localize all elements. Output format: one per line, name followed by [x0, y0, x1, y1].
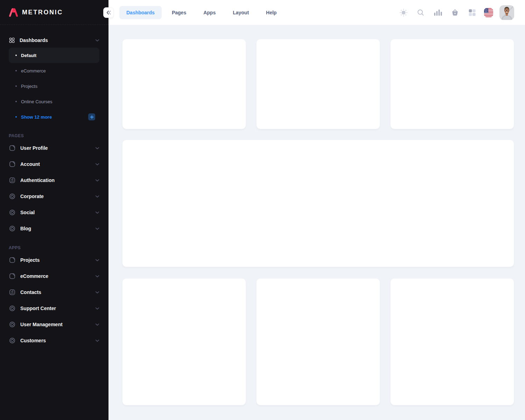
chevron-down-icon [95, 195, 99, 198]
submenu-item-ecommerce[interactable]: eCommerce [9, 63, 99, 78]
sidebar-item-corporate[interactable]: Corporate [9, 188, 99, 204]
bullet-dot [15, 116, 17, 118]
nav-item-layout[interactable]: Layout [226, 6, 256, 19]
app-root: METRONIC [0, 0, 525, 420]
nav-item-pages[interactable]: Pages [165, 6, 193, 19]
submenu-item-label: eCommerce [21, 68, 95, 74]
bullet-dot [15, 70, 17, 71]
search-icon [416, 8, 425, 17]
sidebar-item-projects-app[interactable]: Projects [9, 252, 99, 268]
apps-launcher-button[interactable] [466, 7, 478, 19]
brand-name: METRONIC [22, 9, 63, 16]
nav-item-help[interactable]: Help [259, 6, 284, 19]
dashboard-content [108, 25, 525, 420]
elements-grid-icon [9, 37, 15, 43]
document-icon [9, 273, 16, 280]
sidebar-item-user-profile[interactable]: User Profile [9, 140, 99, 156]
ball-icon [9, 321, 16, 328]
sidebar-item-label: Projects [20, 257, 91, 263]
chevron-down-icon [95, 275, 99, 278]
submenu-item-online-courses[interactable]: Online Courses [9, 94, 99, 109]
submenu-item-label: Show 12 more [21, 114, 88, 120]
sidebar-item-label: Corporate [20, 194, 91, 199]
card-row-bottom [122, 278, 514, 405]
section-heading-pages: PAGES [9, 133, 99, 138]
main-area: Dashboards Pages Apps Layout Help [108, 0, 525, 420]
sidebar-item-label: Blog [20, 226, 91, 231]
cart-button[interactable] [449, 7, 461, 19]
flag-us-icon [484, 8, 493, 17]
chevron-down-icon [95, 39, 99, 42]
metronic-logo-icon [9, 8, 18, 17]
search-button[interactable] [415, 7, 427, 19]
theme-sun-icon [399, 8, 408, 17]
topbar-nav: Dashboards Pages Apps Layout Help [119, 6, 284, 19]
placeholder-card [122, 278, 246, 405]
sidebar-header: METRONIC [0, 0, 108, 25]
sidebar-item-label: Customers [20, 338, 91, 343]
dashboards-submenu: Default eCommerce Projects Online Course… [9, 48, 99, 125]
bullet-dot [15, 85, 17, 87]
nav-item-dashboards[interactable]: Dashboards [119, 6, 162, 19]
ball-icon [9, 225, 16, 232]
chevron-down-icon [95, 340, 99, 342]
sidebar-item-dashboards[interactable]: Dashboards [9, 35, 99, 46]
chart-square-icon [9, 177, 16, 184]
user-avatar[interactable] [499, 5, 514, 20]
language-button[interactable] [484, 8, 493, 17]
sidebar-item-customers[interactable]: Customers [9, 332, 99, 349]
bullet-dot [15, 101, 17, 102]
placeholder-card [256, 278, 380, 405]
sidebar-item-authentication[interactable]: Authentication [9, 172, 99, 188]
topbar-actions [398, 5, 514, 20]
brand-logo[interactable]: METRONIC [9, 8, 63, 17]
section-heading-apps: APPS [9, 245, 99, 250]
sidebar-item-contacts[interactable]: Contacts [9, 284, 99, 300]
sidebar-item-label: Social [20, 210, 91, 215]
chevron-down-icon [95, 211, 99, 214]
sidebar: METRONIC [0, 0, 108, 420]
ball-icon [9, 337, 16, 344]
chevron-down-icon [95, 227, 99, 230]
sidebar-collapse-button[interactable] [103, 7, 114, 18]
placeholder-card [122, 39, 246, 129]
sidebar-item-blog[interactable]: Blog [9, 220, 99, 237]
sidebar-item-user-management[interactable]: User Management [9, 316, 99, 332]
placeholder-card [390, 278, 514, 405]
chevron-down-icon [95, 179, 99, 182]
submenu-item-label: Online Courses [21, 99, 95, 104]
sidebar-item-label: Contacts [20, 289, 91, 295]
chevron-down-icon [95, 291, 99, 294]
document-icon [9, 145, 16, 152]
bullet-dot [15, 55, 17, 56]
sidebar-item-label: Authentication [20, 177, 91, 183]
chevron-down-icon [95, 163, 99, 166]
sidebar-item-label: User Profile [20, 145, 91, 151]
document-icon [9, 161, 16, 168]
sidebar-item-label: Dashboards [20, 37, 91, 43]
placeholder-card [390, 39, 514, 129]
ball-icon [9, 209, 16, 216]
sidebar-nav: Dashboards Default eCommerce Projects [0, 25, 108, 349]
submenu-item-show-more[interactable]: Show 12 more [9, 109, 99, 125]
ball-icon [9, 305, 16, 312]
placeholder-card [256, 39, 380, 129]
submenu-item-default[interactable]: Default [9, 48, 99, 63]
submenu-item-label: Projects [21, 84, 95, 89]
plus-icon[interactable] [88, 113, 95, 120]
chevron-down-icon [95, 307, 99, 310]
ball-icon [9, 193, 16, 200]
apps-grid-icon [468, 8, 476, 17]
sidebar-item-account[interactable]: Account [9, 156, 99, 172]
nav-item-apps[interactable]: Apps [196, 6, 223, 19]
sidebar-item-ecommerce-app[interactable]: eCommerce [9, 268, 99, 284]
sidebar-item-label: User Management [20, 322, 91, 327]
topbar: Dashboards Pages Apps Layout Help [108, 0, 525, 25]
sidebar-item-label: Support Center [20, 306, 91, 311]
theme-toggle-button[interactable] [398, 7, 410, 19]
submenu-item-projects[interactable]: Projects [9, 78, 99, 94]
stats-button[interactable] [432, 7, 444, 19]
sidebar-item-social[interactable]: Social [9, 204, 99, 220]
card-row-top [122, 39, 514, 129]
sidebar-item-support-center[interactable]: Support Center [9, 300, 99, 316]
